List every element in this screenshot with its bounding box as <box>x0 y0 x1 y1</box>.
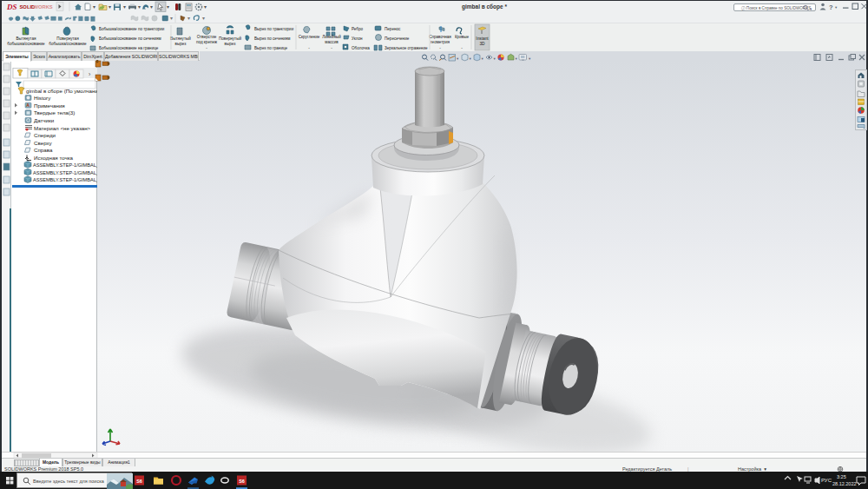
svg-text:Вытянутый: Вытянутый <box>170 36 191 41</box>
svg-text:Справочная: Справочная <box>429 35 451 39</box>
svg-text:Пересечение: Пересечение <box>385 36 410 41</box>
svg-text:▾: ▾ <box>170 16 173 21</box>
svg-text:gimbal в сборе (По умолчанию<: gimbal в сборе (По умолчанию<<По <box>26 88 97 94</box>
svg-text:▾: ▾ <box>457 56 459 61</box>
svg-text:▾: ▾ <box>494 56 496 61</box>
svg-text:-: - <box>439 46 441 50</box>
svg-text:▾: ▾ <box>529 56 531 61</box>
svg-text:History: History <box>34 95 51 101</box>
svg-text:3D: 3D <box>479 42 485 46</box>
svg-text:геометрия: геометрия <box>431 40 450 44</box>
svg-text:ASSEMBLY.STEP-1/GIMBAL_CORE_: ASSEMBLY.STEP-1/GIMBAL_CORE_ <box>33 177 97 182</box>
svg-text:Сверху: Сверху <box>34 140 53 146</box>
svg-text:▾: ▾ <box>835 5 838 10</box>
svg-text:DS: DS <box>6 3 17 11</box>
svg-text:Повернутый: Повернутый <box>219 36 242 41</box>
svg-text:-: - <box>308 46 310 50</box>
svg-text:▾: ▾ <box>123 4 126 10</box>
svg-text:Instant: Instant <box>476 36 489 41</box>
svg-text:S6: S6 <box>239 479 245 484</box>
svg-text:▾: ▾ <box>204 4 207 10</box>
svg-text:Уклон: Уклон <box>352 36 363 41</box>
svg-text:Оболочка: Оболочка <box>352 46 370 50</box>
svg-text:▾: ▾ <box>516 56 518 61</box>
svg-text:?: ? <box>829 3 833 11</box>
svg-text:Вырез по границе: Вырез по границе <box>254 46 288 50</box>
svg-text:Перенос: Перенос <box>385 27 401 31</box>
svg-text:массив: массив <box>325 40 339 44</box>
svg-text:ASSEMBLY.STEP-1/GIMBAL_CORE_: ASSEMBLY.STEP-1/GIMBAL_CORE_ <box>33 162 97 168</box>
svg-text:▾: ▾ <box>93 4 95 10</box>
svg-text:Вырез по сечениям: Вырез по сечениям <box>254 36 290 41</box>
svg-text:▾: ▾ <box>150 4 153 10</box>
svg-text:S6: S6 <box>136 479 142 484</box>
svg-text:▾: ▾ <box>482 56 484 61</box>
svg-text:Бобышка/основание по сечениям: Бобышка/основание по сечениям <box>99 36 161 41</box>
svg-text:-: - <box>331 46 332 50</box>
svg-text:Скругление: Скругление <box>299 35 320 39</box>
svg-text:Справа: Справа <box>34 147 53 153</box>
svg-text:▾: ▾ <box>202 16 205 21</box>
svg-text:▾: ▾ <box>167 4 169 10</box>
svg-text:WORKS: WORKS <box>34 4 53 10</box>
svg-text:Датчики: Датчики <box>34 117 55 123</box>
svg-text:Примечания: Примечания <box>34 102 65 109</box>
svg-text:под крепеж: под крепеж <box>196 40 218 44</box>
svg-text:▾: ▾ <box>108 4 111 10</box>
svg-text:Твердые тела(3): Твердые тела(3) <box>34 109 75 116</box>
svg-text:A: A <box>26 102 30 108</box>
svg-text:Бобышка/основание на границе: Бобышка/основание на границе <box>99 46 159 50</box>
svg-text:Бобышка/основание по траектори: Бобышка/основание по траектории <box>99 27 165 31</box>
svg-text:Отверстие: Отверстие <box>197 35 217 39</box>
svg-text:▾: ▾ <box>810 7 812 11</box>
svg-text:Материал <не указан>: Материал <не указан> <box>34 125 91 131</box>
svg-text:Кривые: Кривые <box>455 35 470 39</box>
svg-text:Исходная точка: Исходная точка <box>34 155 74 161</box>
svg-text:Зеркальное отражение: Зеркальное отражение <box>385 46 428 50</box>
svg-text:Спереди: Спереди <box>34 132 56 138</box>
svg-text:▾: ▾ <box>187 16 190 21</box>
svg-text:Вырез по траектории: Вырез по траектории <box>254 27 294 31</box>
svg-text:Повернутая: Повернутая <box>56 36 79 41</box>
svg-text:ASSEMBLY.STEP-1/GIMBAL_CORE_: ASSEMBLY.STEP-1/GIMBAL_CORE_ <box>33 170 97 175</box>
svg-text:бобышка/основание: бобышка/основание <box>7 42 45 46</box>
svg-text:-: - <box>206 46 207 50</box>
svg-text:вырез: вырез <box>175 42 187 46</box>
svg-text:▾: ▾ <box>138 4 141 10</box>
svg-text:▾: ▾ <box>470 56 472 61</box>
svg-text:вырез: вырез <box>225 42 236 46</box>
svg-text:Линейный: Линейный <box>322 34 341 39</box>
svg-text:-: - <box>461 46 463 50</box>
svg-text:Ребро: Ребро <box>352 27 364 31</box>
svg-text:бобышка/основание: бобышка/основание <box>49 42 87 46</box>
svg-text:Вытянутая: Вытянутая <box>16 36 36 41</box>
